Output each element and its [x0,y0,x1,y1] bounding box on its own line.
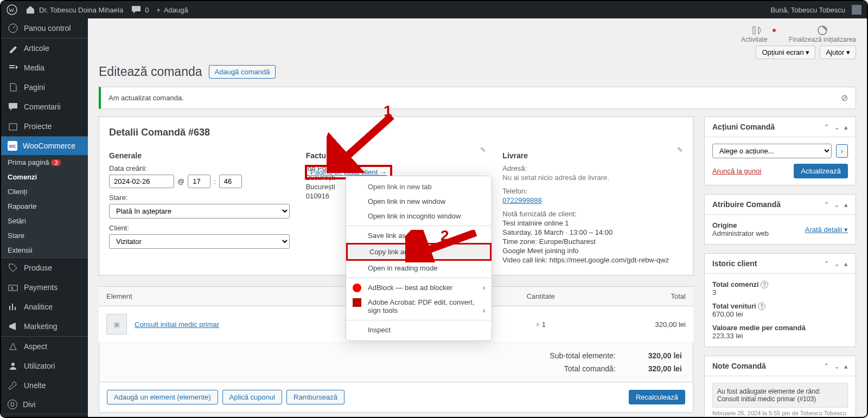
svg-point-0 [7,5,17,15]
ctx-open-new-tab[interactable]: Open link in new tab [346,179,492,194]
status-label: Stare: [109,194,290,202]
panel-toggle-icon[interactable]: ▴ [844,123,848,131]
ctx-inspect[interactable]: Inspect [346,323,492,337]
svg-point-5 [11,363,15,366]
ctx-reading-mode[interactable]: Open in reading mode [346,261,492,275]
sub-settings[interactable]: Setări [1,214,88,228]
add-item-button[interactable]: Adaugă un element (elemente) [107,390,218,404]
menu-dashboard[interactable]: Panou control [1,18,88,38]
col-total: Total [590,287,693,306]
date-label: Data creării: [109,164,290,172]
help-button[interactable]: Ajutor ▾ [820,46,856,59]
order-actions-panel: Acțiuni Comandă⌃⌄▴ Alege o acțiune... › … [704,117,856,185]
customer-history-panel: Istoric client⌃⌄▴ Total comenzi ? 3 Tota… [704,253,856,347]
apply-coupon-button[interactable]: Aplică cuponul [222,390,283,404]
note-l3: Time zone: Europe/Bucharest [502,237,683,246]
order-action-select[interactable]: Alege o acțiune... [712,144,832,158]
finish-setup-tab[interactable]: Finalizează inițializarea [789,25,856,43]
menu-pages[interactable]: Pagini [1,78,88,97]
annotation-arrow-1 [327,113,397,173]
svg-rect-2 [9,124,17,130]
menu-divi[interactable]: DDivi [1,395,88,414]
annotation-number-1: 1 [384,102,392,120]
screen-options-button[interactable]: Opțiuni ecran ▾ [756,46,815,59]
edit-billing-icon[interactable]: ✎ [480,146,486,154]
add-new[interactable]: +Adaugă [156,6,188,14]
refund-button[interactable]: Rambursează [286,390,344,404]
phone-label: Telefon: [502,187,683,195]
menu-products[interactable]: Produse [1,258,88,278]
activity-tab[interactable]: Activitate [741,25,773,43]
phone-link[interactable]: 0722999888 [502,196,541,204]
note-l1: Test intalnire online 1 [502,219,683,227]
recalculate-button[interactable]: Recalculează [629,390,685,404]
wp-logo[interactable] [7,4,17,15]
order-date-input[interactable] [109,175,174,188]
ctx-adobe[interactable]: Adobe Acrobat: PDF edit, convert, sign t… [346,295,492,318]
menu-marketing[interactable]: Marketing [1,317,88,336]
col-qty: Cantitate [492,287,590,306]
ctx-open-new-window[interactable]: Open link in new window [346,194,492,209]
addr-value: Nu ai setat nicio adresă de livrare. [502,173,683,182]
panel-up-icon[interactable]: ⌃ [824,123,829,131]
order-minute-input[interactable] [219,175,242,188]
menu-tools[interactable]: Unelte [1,376,88,395]
menu-appearance[interactable]: Aspect [1,336,88,356]
page-title: Editează comanda [99,65,202,79]
note-l5: Video call link: https://meet.google.com… [502,256,683,264]
sub-orders[interactable]: Comenzi [1,170,88,184]
ctx-adblock[interactable]: AdBlock — best ad blocker› [346,280,492,295]
add-order-button[interactable]: Adaugă comandă [209,65,276,79]
edit-shipping-icon[interactable]: ✎ [677,146,683,154]
order-hour-input[interactable] [188,175,210,188]
updated-notice: Am actualizat comanda. ⊘ [99,87,856,109]
delete-note-link[interactable]: Șterge nota [712,416,743,417]
dismiss-notice-icon[interactable]: ⊘ [841,93,848,103]
note-content: Au fost adăugate elemente de rând: Consu… [712,383,848,408]
update-button[interactable]: Actualizează [794,164,848,178]
show-details-link[interactable]: Arată detalii ▾ [805,226,848,234]
svg-text:$: $ [11,286,14,291]
sub-customers[interactable]: Clienți [1,184,88,199]
product-thumb-icon: ▣ [106,314,127,335]
panel-down-icon[interactable]: ⌄ [834,123,840,131]
trash-link[interactable]: Aruncă la gunoi [712,167,761,175]
date-at: @ [177,177,184,185]
menu-analytics[interactable]: Analitice [1,297,88,317]
woo-submenu: Prima pagină 3 Comenzi Clienți Rapoarte … [1,155,88,258]
order-status-select[interactable]: Plată în așteptare [109,204,290,218]
run-action-button[interactable]: › [836,144,848,158]
sub-extensions[interactable]: Extensii [1,243,88,258]
general-heading: Generale [109,151,290,160]
admin-menu: Panou control Articole Media Pagini Come… [1,18,88,417]
note-l4: Google Meet joining info [502,247,683,255]
site-name[interactable]: Dr. Tobescu Doina Mihaela [25,4,123,15]
help-icon[interactable]: ? [761,281,768,288]
menu-comments[interactable]: Comentarii [1,97,88,117]
order-customer-select[interactable]: Vizitator [109,234,290,249]
sub-status[interactable]: Stare [1,228,88,243]
menu-posts[interactable]: Articole [1,38,88,58]
menu-media[interactable]: Media [1,58,88,78]
item-total: 320,00 lei [590,306,693,343]
menu-users[interactable]: Utilizatori [1,356,88,376]
order-attribution-panel: Atribuire Comandă⌃⌄▴ OrigineAdministrato… [704,194,856,245]
shipping-heading: Livrare [502,151,683,160]
note-l2: Saturday, 16 March · 13:00 – 14:00 [502,228,683,236]
ctx-open-incognito[interactable]: Open link in incognito window [346,209,492,223]
client-label: Client: [109,224,290,232]
sub-reports[interactable]: Rapoarte [1,199,88,214]
col-element: Element [99,287,388,306]
product-link[interactable]: Consult initial medic primar [135,320,219,329]
menu-payments[interactable]: $Payments [1,278,88,297]
main-content: Activitate Finalizează inițializarea Opț… [88,18,867,417]
greeting[interactable]: Bună, Tobescu Tobescu [770,5,861,15]
comments-bubble[interactable]: 0 [131,4,149,15]
menu-collapse[interactable]: Restrânge meniul [1,414,88,417]
annotation-number-2: 2 [441,227,449,245]
order-totals: Sub-total elemente:320,00 lei Total coma… [99,343,693,382]
menu-projects[interactable]: Proiecte [1,117,88,136]
menu-woocommerce[interactable]: wcWooCommerce [1,136,88,155]
sub-home[interactable]: Prima pagină 3 [1,155,88,170]
order-notes-panel: Note Comandă⌃⌄▴ Au fost adăugate element… [704,356,856,417]
